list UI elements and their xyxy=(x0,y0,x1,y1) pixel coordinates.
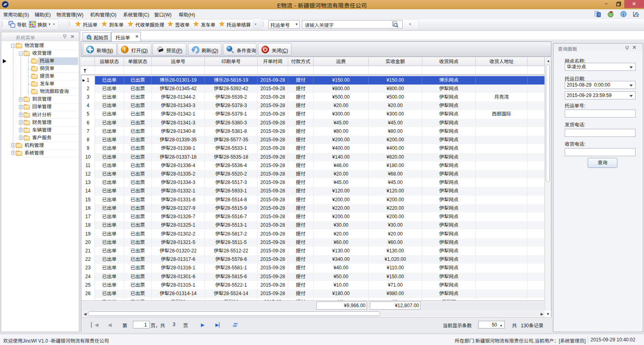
svg-text:?: ? xyxy=(598,13,600,17)
svg-text:i: i xyxy=(124,47,126,53)
svg-text:i: i xyxy=(623,12,624,17)
